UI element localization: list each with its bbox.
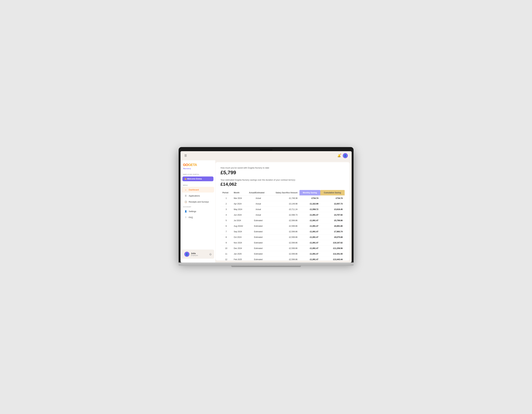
applications-label: Applications <box>189 195 200 197</box>
cell-period: 9 <box>221 240 232 246</box>
estimated-amount: £14,062 <box>221 182 345 187</box>
sidebar-item-dashboard[interactable]: ⌂ Dashboard <box>182 187 214 193</box>
cell-month: Aug 20242 <box>232 223 247 229</box>
cell-sacrifice: £2,599.86 <box>270 223 299 229</box>
cell-monthly: £1,091.47 <box>299 212 320 218</box>
cell-type: Estimated <box>247 223 269 229</box>
cell-type: Estimated <box>247 240 269 246</box>
sidebar: GOGETA Nursery EMPLOYEE PORTAL 👋 Welcome… <box>180 160 216 263</box>
th-month: Month <box>232 190 247 196</box>
faq-icon: ? <box>184 216 187 219</box>
receipts-label: Receipts and Surveys <box>189 201 209 203</box>
cell-period: 11 <box>221 251 232 257</box>
header-user-avatar[interactable]: 👤 <box>343 153 348 158</box>
cell-month: Jul 2024 <box>232 218 247 223</box>
cell-period: 7 <box>221 229 232 235</box>
table-header-row: Period Month Actual/Estimated Salary Sac… <box>221 190 345 196</box>
cell-type: Actual <box>247 201 269 207</box>
cell-cumulative: £6,891.80 <box>320 223 345 229</box>
cell-cumulative: £3,616.45 <box>320 207 345 212</box>
logo-geta: GETA <box>188 163 197 167</box>
cell-monthly: £1,091.47 <box>299 257 320 261</box>
cell-period: 1 <box>221 196 232 201</box>
cell-type: Actual <box>247 212 269 218</box>
bell-icon[interactable]: 🔔 <box>337 154 341 157</box>
cell-monthly: £1,091.47 <box>299 223 320 229</box>
cell-monthly: £1,322.99 <box>299 201 320 207</box>
account-label: ACCOUNT <box>180 205 215 208</box>
savings-intro: How much you've saved with Gogeta Nurser… <box>221 167 345 169</box>
th-cumulative-saving: Cumulative Saving <box>320 190 345 196</box>
user-role: Employee <box>191 254 208 256</box>
cell-period: 3 <box>221 207 232 212</box>
table-row: 5 Jul 2024 Estimated £2,599.86 £1,091.47… <box>221 218 345 223</box>
cell-period: 4 <box>221 212 232 218</box>
table-row: 9 Nov 2024 Estimated £2,599.86 £1,091.47… <box>221 240 345 246</box>
table-row: 2 Apr 2024 Actual £3,149.98 £1,322.99 £2… <box>221 201 345 207</box>
cell-cumulative: £12,351.50 <box>320 251 345 257</box>
cell-monthly: £1,091.47 <box>299 218 320 223</box>
cell-sacrifice: £2,599.86 <box>270 218 299 223</box>
logo-area: GOGETA Nursery <box>180 163 215 172</box>
table-row: 11 Jan 2025 Estimated £2,599.86 £1,091.4… <box>221 251 345 257</box>
cell-sacrifice: £2,599.86 <box>270 246 299 251</box>
sidebar-item-settings[interactable]: 👤 Settings <box>182 208 214 214</box>
table-row: 8 Oct 2024 Estimated £2,599.86 £1,091.47… <box>221 235 345 240</box>
cell-sacrifice: £2,599.86 <box>270 240 299 246</box>
cell-monthly: £1,091.47 <box>299 246 320 251</box>
cell-sacrifice: £2,599.86 <box>270 251 299 257</box>
laptop-foot <box>231 266 301 267</box>
sidebar-item-applications[interactable]: ☰ Applications <box>182 193 214 198</box>
laptop-notch <box>260 149 272 151</box>
screen-border: ☰ 🔔 👤 GOGETA <box>179 147 353 263</box>
main-content: How much you've saved with Gogeta Nurser… <box>216 162 350 261</box>
app-header: ☰ 🔔 👤 <box>180 151 352 160</box>
sidebar-item-faq[interactable]: ? FAQ <box>182 215 214 220</box>
laptop-screen: ☰ 🔔 👤 GOGETA <box>180 151 352 263</box>
laptop-base <box>179 263 353 266</box>
cell-monthly: £1,091.47 <box>299 235 320 240</box>
menu-icon[interactable]: ☰ <box>184 154 187 157</box>
sidebar-item-receipts[interactable]: 📋 Receipts and Surveys <box>182 199 214 205</box>
welcome-button[interactable]: 👋 Welcome Emma <box>182 177 213 181</box>
table-row: 6 Aug 20242 Estimated £2,599.86 £1,091.4… <box>221 223 345 229</box>
power-icon[interactable]: ⏻ <box>209 253 211 255</box>
th-actual-estimated: Actual/Estimated <box>247 190 269 196</box>
logo-nursery: Nursery <box>183 168 191 169</box>
dashboard-label: Dashboard <box>189 188 199 191</box>
cell-cumulative: £4,707.92 <box>320 212 345 218</box>
user-footer-avatar: 👤 <box>184 252 190 257</box>
cell-cumulative: £11,259.56 <box>320 246 345 251</box>
cell-cumulative: £10,167.62 <box>320 240 345 246</box>
menu-label: MENU <box>180 183 215 187</box>
employee-portal-label: EMPLOYEE PORTAL <box>180 172 215 176</box>
user-footer: 👤 Julia Employee ⏻ <box>182 250 214 259</box>
logo: GOGETA Nursery <box>183 163 213 170</box>
settings-label: Settings <box>189 210 196 213</box>
cell-monthly: £734.74 <box>299 196 320 201</box>
cell-month: Dec 2024 <box>232 246 247 251</box>
cell-type: Estimated <box>247 257 269 261</box>
cell-period: 6 <box>221 223 232 229</box>
cell-month: May 2024 <box>232 207 247 212</box>
settings-icon: 👤 <box>184 210 187 213</box>
applications-icon: ☰ <box>184 194 187 197</box>
cell-month: Jun 2024 <box>232 212 247 218</box>
cell-month: Jan 2025 <box>232 251 247 257</box>
cell-period: 10 <box>221 246 232 251</box>
cell-monthly: £1,091.47 <box>299 240 320 246</box>
table-row: 3 May 2024 Actual £3,711.24 £1,558.72 £3… <box>221 207 345 212</box>
cell-cumulative: £7,983.74 <box>320 229 345 235</box>
cell-month: Apr 2024 <box>232 201 247 207</box>
cell-type: Estimated <box>247 251 269 257</box>
cell-sacrifice: £1,749.38 <box>270 196 299 201</box>
th-period: Period <box>221 190 232 196</box>
cell-type: Estimated <box>247 229 269 235</box>
cell-type: Estimated <box>247 218 269 223</box>
cell-monthly: £1,558.72 <box>299 207 320 212</box>
cell-period: 5 <box>221 218 232 223</box>
bell-notification-dot <box>340 154 341 155</box>
cell-month: Nov 2024 <box>232 240 247 246</box>
cell-cumulative: £13,443.44 <box>320 257 345 261</box>
cell-month: Feb 2025 <box>232 257 247 261</box>
